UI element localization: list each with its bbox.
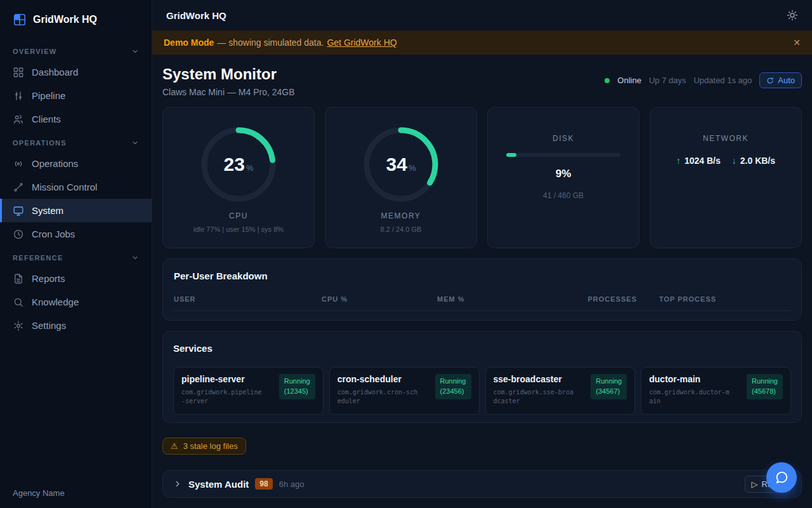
sidebar-item-settings[interactable]: Settings: [0, 314, 152, 337]
column-top-process: TOP PROCESS: [637, 295, 790, 303]
chevron-down-icon: [131, 139, 139, 147]
services-grid: pipeline-server com.gridwork.pipeline-se…: [173, 367, 791, 415]
column-user: USER: [174, 295, 322, 303]
network-download: ↓ 2.0 KB/s: [732, 156, 775, 166]
audit-title: System Audit: [188, 479, 249, 490]
service-card-ductor-main: ductor-main com.gridwork.ductor-main Run…: [641, 367, 791, 415]
service-status-badge: Running (45678): [747, 374, 783, 399]
service-pid: (23456): [440, 387, 466, 397]
status-row: Online Up 7 days Updated 1s ago Auto: [605, 72, 802, 88]
sidebar-item-label: Cron Jobs: [32, 229, 75, 239]
service-status: Running: [752, 377, 778, 387]
service-status: Running: [596, 377, 622, 387]
agency-name: Agency Name: [13, 488, 65, 498]
service-status-badge: Running (23456): [435, 374, 471, 399]
sidebar-item-cron-jobs[interactable]: Cron Jobs: [0, 222, 152, 246]
main-area: GridWork HQ Demo Mode — showing simulate…: [152, 0, 812, 508]
gridwork-logo-icon: [13, 13, 27, 27]
logo[interactable]: GridWork HQ: [0, 0, 152, 39]
service-card-cron-scheduler: cron-scheduler com.gridwork.cron-schedul…: [329, 367, 480, 415]
online-status-dot: [605, 78, 610, 83]
memory-percent-unit: %: [409, 163, 416, 173]
section-label: OVERVIEW: [13, 48, 57, 55]
service-pid: (34567): [596, 387, 622, 397]
service-name: ductor-main: [649, 374, 730, 384]
disk-percent: 9%: [556, 168, 572, 180]
memory-percent-value: 34: [386, 154, 407, 175]
sun-icon: [787, 10, 798, 21]
content: System Monitor Claws Mac Mini — M4 Pro, …: [152, 55, 812, 508]
section-header-operations[interactable]: OPERATIONS: [0, 131, 152, 152]
network-label: NETWORK: [703, 134, 749, 143]
refresh-icon: [766, 77, 774, 84]
cpu-percent-value: 23: [224, 154, 245, 175]
sidebar-item-reports[interactable]: Reports: [0, 267, 152, 290]
chevron-down-icon: [131, 254, 139, 262]
download-arrow-icon: ↓: [732, 156, 737, 166]
disk-label: DISK: [553, 134, 574, 143]
sidebar-item-dashboard[interactable]: Dashboard: [0, 60, 152, 84]
memory-gauge: 34 %: [360, 124, 442, 205]
cpu-detail: idle 77% | user 15% | sys 8%: [193, 225, 284, 233]
dashboard-icon: [13, 67, 24, 78]
column-processes: PROCESSES: [577, 295, 637, 303]
disk-usage-bar: [506, 153, 620, 157]
banner-message: — showing simulated data.: [217, 37, 324, 48]
service-name: pipeline-server: [181, 374, 263, 384]
service-bundle-id: com.gridwork.pipeline-server: [181, 388, 263, 405]
page-title: System Monitor: [162, 65, 295, 84]
service-status-badge: Running (12345): [279, 374, 315, 399]
updated-label: Updated 1s ago: [693, 76, 752, 85]
theme-toggle-button[interactable]: [787, 10, 798, 21]
document-icon: [13, 273, 24, 284]
sidebar-item-label: System: [32, 205, 63, 216]
sidebar-item-mission-control[interactable]: Mission Control: [0, 175, 152, 199]
page-subtitle: Claws Mac Mini — M4 Pro, 24GB: [162, 86, 295, 98]
sidebar-item-system[interactable]: System: [0, 199, 152, 222]
section-header-overview[interactable]: OVERVIEW: [0, 39, 152, 60]
sidebar-item-label: Knowledge: [32, 297, 79, 307]
sidebar-item-pipeline[interactable]: Pipeline: [0, 84, 152, 107]
section-header-reference[interactable]: REFERENCE: [0, 246, 152, 267]
cpu-percent-unit: %: [246, 163, 254, 173]
service-pid: (45678): [752, 387, 778, 397]
services-panel: Services pipeline-server com.gridwork.pi…: [162, 331, 802, 423]
service-status: Running: [440, 377, 466, 387]
chat-fab-button[interactable]: [766, 462, 797, 493]
search-icon: [13, 297, 24, 308]
sidebar-item-label: Reports: [32, 273, 65, 284]
sidebar-item-knowledge[interactable]: Knowledge: [0, 290, 152, 314]
gear-icon: [13, 320, 24, 331]
network-upload: ↑ 1024 B/s: [676, 156, 721, 166]
close-icon[interactable]: ✕: [793, 37, 801, 48]
disk-card: DISK 9% 41 / 460 GB: [487, 107, 639, 248]
column-mem: MEM %: [437, 295, 577, 303]
auto-label: Auto: [778, 76, 795, 85]
chat-bubble-icon: [775, 471, 789, 485]
app-root: GridWork HQ OVERVIEW Dashboard Pipeline: [0, 0, 812, 508]
uptime-label: Up 7 days: [649, 76, 686, 85]
audit-updated: 6h ago: [279, 479, 304, 489]
sidebar-item-operations[interactable]: Operations: [0, 152, 152, 175]
per-user-breakdown-panel: Per-User Breakdown USER CPU % MEM % PROC…: [162, 258, 802, 321]
sidebar-item-label: Pipeline: [32, 90, 65, 101]
sidebar-item-label: Clients: [32, 114, 61, 124]
service-bundle-id: com.gridwork.ductor-main: [649, 388, 730, 405]
stale-logs-warning-chip[interactable]: ⚠ 3 stale log files: [162, 438, 246, 455]
memory-card: 34 % MEMORY 8.2 / 24.0 GB: [325, 107, 477, 248]
memory-label: MEMORY: [381, 211, 421, 220]
page-header: System Monitor Claws Mac Mini — M4 Pro, …: [162, 65, 802, 98]
per-user-table-header: USER CPU % MEM % PROCESSES TOP PROCESS: [174, 295, 790, 311]
system-audit-row[interactable]: System Audit 98 6h ago ▷ Run A: [162, 470, 802, 498]
banner-title: Demo Mode: [164, 37, 214, 48]
sidebar-nav: OVERVIEW Dashboard Pipeline Clients: [0, 39, 152, 337]
sidebar-item-clients[interactable]: Clients: [0, 107, 152, 131]
auto-refresh-button[interactable]: Auto: [759, 72, 802, 88]
services-title: Services: [173, 342, 791, 355]
sidebar-item-label: Mission Control: [32, 182, 97, 192]
banner-link[interactable]: Get GridWork HQ: [327, 37, 396, 48]
warning-icon: ⚠: [171, 441, 178, 451]
sidebar-item-label: Operations: [32, 158, 78, 169]
route-icon: [13, 182, 24, 193]
network-rates: ↑ 1024 B/s ↓ 2.0 KB/s: [676, 156, 775, 166]
